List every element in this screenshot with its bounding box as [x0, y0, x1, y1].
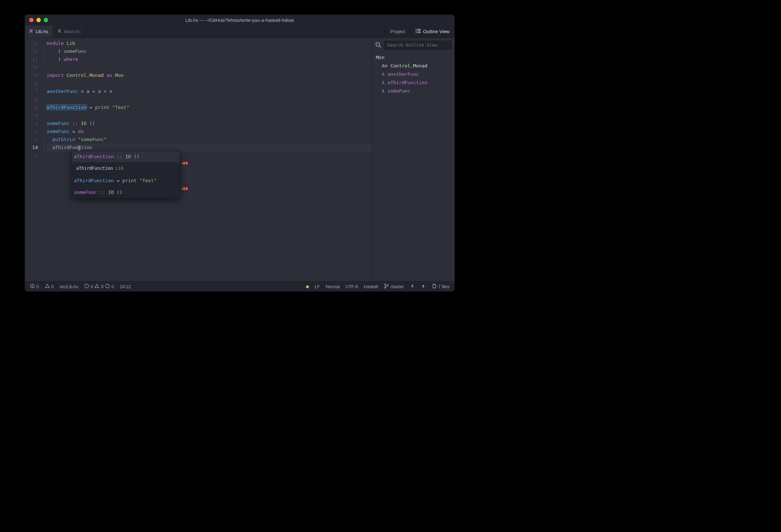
- status-dot-icon: [306, 285, 309, 288]
- status-language[interactable]: Haskell: [364, 284, 378, 289]
- svg-point-10: [32, 287, 33, 287]
- error-icon: [30, 283, 35, 290]
- warning-icon: [45, 283, 50, 290]
- autocomplete-source: aThirdFunction Lib: [72, 162, 180, 175]
- project-panel-button[interactable]: Project: [385, 26, 410, 38]
- svg-point-14: [385, 287, 386, 289]
- tab-label: Lib.hs: [36, 29, 48, 34]
- status-cursor-position[interactable]: 14:12: [120, 284, 131, 289]
- module-icon: A≡: [382, 63, 388, 69]
- arrow-down-icon: [410, 283, 415, 290]
- svg-point-13: [385, 284, 386, 285]
- status-files[interactable]: 7 files: [432, 283, 450, 290]
- titlebar[interactable]: Lib.hs — ~/GitHub/Tehnix/write-you-a-has…: [25, 15, 455, 26]
- status-git-pull[interactable]: [410, 283, 415, 290]
- outline-panel-button[interactable]: Outline View: [410, 26, 455, 38]
- svg-rect-5: [417, 32, 421, 33]
- tab-main-hs[interactable]: Main.hs: [53, 26, 86, 38]
- outline-panel: Mon A≡ Control.Monad λ anotherFunc λ aTh…: [372, 38, 455, 281]
- lambda-icon: λ: [382, 80, 385, 85]
- tab-bar: Lib.hs Main.hs Project Outline View: [25, 26, 455, 38]
- lambda-icon: λ: [382, 88, 385, 94]
- code-area[interactable]: module Lib ( someFunc ) where import Con…: [44, 38, 372, 281]
- outline-label: Outline View: [423, 29, 450, 34]
- svg-rect-0: [416, 29, 417, 30]
- window-title: Lib.hs — ~/GitHub/Tehnix/write-you-a-has…: [185, 17, 294, 23]
- status-file-path[interactable]: src/Lib.hs: [59, 284, 78, 289]
- search-icon: [375, 42, 381, 49]
- info-icon: [84, 283, 89, 290]
- tab-lib-hs[interactable]: Lib.hs: [25, 26, 53, 38]
- status-errors[interactable]: 0: [30, 283, 39, 290]
- status-line-ending[interactable]: LF: [315, 284, 320, 289]
- autocomplete-item[interactable]: aThirdFunction :: IO () 📌: [72, 151, 180, 162]
- outline-search-input[interactable]: [384, 41, 452, 50]
- outline-heading: Mon: [375, 53, 452, 62]
- branch-icon: [384, 283, 389, 290]
- status-diagnostics[interactable]: 0 0 0: [84, 283, 114, 290]
- pin-icon[interactable]: 📌: [180, 158, 189, 168]
- svg-rect-1: [417, 29, 421, 30]
- haskell-icon: [29, 29, 34, 34]
- outline-item-module[interactable]: A≡ Control.Monad: [375, 62, 452, 70]
- warning-icon: [94, 283, 99, 290]
- close-window-button[interactable]: [29, 18, 34, 22]
- status-vim-mode[interactable]: Normal: [326, 284, 340, 289]
- info-icon: [105, 283, 110, 290]
- maximize-window-button[interactable]: [44, 18, 48, 22]
- autocomplete-item[interactable]: someFunc :: IO (): [72, 187, 180, 198]
- autocomplete-popup[interactable]: aThirdFunction :: IO () 📌 aThirdFunction…: [71, 151, 180, 198]
- code-editor[interactable]: 13 12 11 10 9 8 7 6 5 4 3 2 1 14 1 modul…: [25, 38, 372, 281]
- outline-item-function[interactable]: λ aThirdFunction: [375, 78, 452, 87]
- arrow-up-icon: [421, 283, 426, 290]
- svg-point-11: [85, 284, 89, 288]
- svg-rect-3: [417, 31, 421, 31]
- svg-point-12: [106, 284, 110, 288]
- svg-point-15: [387, 285, 389, 286]
- svg-rect-4: [416, 32, 417, 33]
- lambda-icon: λ: [382, 71, 385, 77]
- pin-icon[interactable]: 📌: [180, 184, 189, 194]
- line-number-gutter[interactable]: 13 12 11 10 9 8 7 6 5 4 3 2 1 14 1: [25, 38, 44, 281]
- status-warnings[interactable]: 0: [45, 283, 54, 290]
- outline-item-function[interactable]: λ someFunc: [375, 87, 452, 95]
- traffic-lights: [25, 18, 48, 22]
- list-icon: [416, 28, 421, 35]
- autocomplete-definition: aThirdFunction = print "Test" 📌: [72, 175, 180, 187]
- svg-point-6: [376, 43, 380, 46]
- svg-line-7: [379, 46, 381, 47]
- project-label: Project: [390, 29, 405, 34]
- editor-window: Lib.hs — ~/GitHub/Tehnix/write-you-a-has…: [25, 15, 455, 292]
- tab-label: Main.hs: [64, 29, 81, 34]
- outline-item-function[interactable]: λ anotherFunc: [375, 70, 452, 78]
- svg-rect-2: [416, 31, 417, 31]
- status-encoding[interactable]: UTF-8: [346, 284, 358, 289]
- status-git-push[interactable]: [421, 283, 426, 290]
- minimize-window-button[interactable]: [36, 18, 41, 22]
- haskell-icon: [58, 29, 62, 34]
- status-bar: 0 0 src/Lib.hs 0 0 0 14:12 LF Nor: [25, 281, 455, 292]
- file-icon: [432, 283, 437, 290]
- status-git-branch[interactable]: master: [384, 283, 404, 290]
